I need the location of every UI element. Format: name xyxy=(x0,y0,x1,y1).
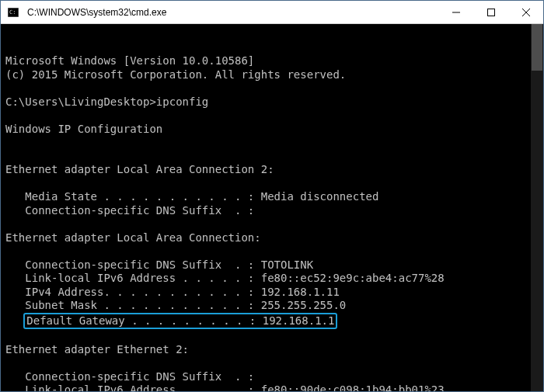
terminal-line: Link-local IPv6 Address . . . . . : fe80… xyxy=(5,383,539,391)
svg-rect-3 xyxy=(487,9,494,16)
terminal-line: Subnet Mask . . . . . . . . . . . : 255.… xyxy=(5,299,539,313)
terminal-line: Microsoft Windows [Version 10.0.10586] xyxy=(5,54,539,68)
minimize-button[interactable] xyxy=(438,1,473,23)
terminal-line: C:\Users\LivingDesktop>ipconfig xyxy=(5,95,539,109)
terminal-line: IPv4 Address. . . . . . . . . . . : 192.… xyxy=(5,286,539,300)
terminal-line: Connection-specific DNS Suffix . : xyxy=(5,370,539,384)
terminal-line xyxy=(5,109,539,123)
cmd-icon: C: xyxy=(7,6,19,19)
window-controls xyxy=(438,1,543,23)
terminal-line: Ethernet adapter Local Area Connection: xyxy=(5,231,539,245)
maximize-button[interactable] xyxy=(473,1,508,23)
cmd-window: C: C:\WINDOWS\system32\cmd.exe Microsoft… xyxy=(0,0,544,392)
terminal-line: Ethernet adapter Ethernet 2: xyxy=(5,343,539,357)
terminal-line xyxy=(5,136,539,150)
terminal-line: Ethernet adapter Local Area Connection 2… xyxy=(5,163,539,177)
highlighted-gateway: Default Gateway . . . . . . . . . : 192.… xyxy=(23,313,337,330)
svg-text:C:: C: xyxy=(9,9,16,16)
terminal-line xyxy=(5,177,539,191)
terminal-line xyxy=(5,356,539,370)
terminal-output[interactable]: Microsoft Windows [Version 10.0.10586](c… xyxy=(1,24,543,391)
terminal-line xyxy=(5,150,539,164)
terminal-line: Link-local IPv6 Address . . . . . : fe80… xyxy=(5,272,539,286)
titlebar[interactable]: C: C:\WINDOWS\system32\cmd.exe xyxy=(1,1,543,24)
terminal-line: Windows IP Configuration xyxy=(5,123,539,137)
scrollbar-thumb[interactable] xyxy=(532,24,542,71)
terminal-line: Connection-specific DNS Suffix . : xyxy=(5,204,539,218)
terminal-line xyxy=(5,217,539,231)
terminal-line: Default Gateway . . . . . . . . . : 192.… xyxy=(5,313,539,330)
terminal-line xyxy=(5,245,539,258)
terminal-line xyxy=(5,82,539,95)
close-button[interactable] xyxy=(508,1,543,23)
scrollbar[interactable] xyxy=(531,24,543,391)
terminal-line xyxy=(5,329,539,343)
terminal-line: Connection-specific DNS Suffix . : TOTOL… xyxy=(5,258,539,272)
window-title: C:\WINDOWS\system32\cmd.exe xyxy=(26,7,438,18)
terminal-line: Media State . . . . . . . . . . . : Medi… xyxy=(5,190,539,204)
terminal-line: (c) 2015 Microsoft Corporation. All righ… xyxy=(5,68,539,82)
